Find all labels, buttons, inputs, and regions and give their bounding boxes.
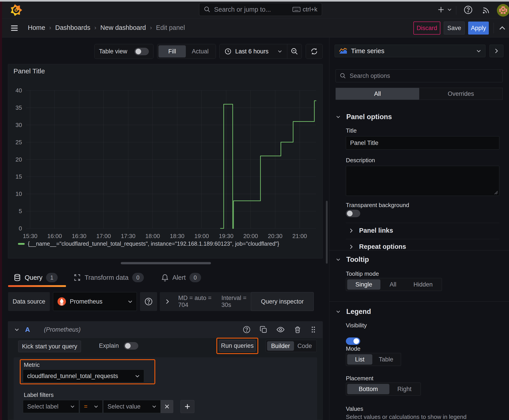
legend-mode-table[interactable]: Table <box>372 354 400 365</box>
breadcrumb-home[interactable]: Home <box>28 24 45 31</box>
news-icon[interactable] <box>482 6 491 15</box>
legend-placement-right[interactable]: Right <box>389 384 419 394</box>
kick-start-query-button[interactable]: Kick start your query <box>18 341 81 352</box>
alert-count-badge: 0 <box>190 273 201 282</box>
plus-icon <box>437 6 445 14</box>
query-datasource-hint: (Prometheus) <box>44 326 81 333</box>
visual-query-editor: Metric cloudflared_tunnel_total_requests… <box>14 357 317 420</box>
tooltip-section-header[interactable]: Tooltip <box>336 255 369 264</box>
query-row-header[interactable]: A (Prometheus) <box>8 322 322 338</box>
add-filter-button[interactable] <box>181 400 194 413</box>
help-icon[interactable] <box>463 5 473 15</box>
visualization-picker[interactable]: Time series <box>335 45 486 57</box>
topnav-divider <box>456 6 456 15</box>
svg-text:35: 35 <box>15 104 22 111</box>
legend-visibility-toggle[interactable] <box>346 338 360 345</box>
transparent-background-toggle[interactable] <box>346 210 360 217</box>
query-count-badge: 1 <box>46 273 58 282</box>
label-filter-label-select[interactable]: Select label <box>23 400 79 413</box>
time-series-chart[interactable]: 051015202530354015:3016:0016:3017:0017:3… <box>8 64 322 258</box>
avatar[interactable] <box>497 4 509 17</box>
breadcrumb-edit-panel: Edit panel <box>156 24 185 31</box>
legend-placement-bottom[interactable]: Bottom <box>347 384 389 394</box>
menu-icon[interactable] <box>10 23 19 32</box>
metric-label: Metric <box>24 361 40 368</box>
explain-toggle[interactable] <box>124 342 138 350</box>
tooltip-mode-all[interactable]: All <box>380 279 406 290</box>
svg-text:19:00: 19:00 <box>194 233 209 239</box>
svg-text:20:00: 20:00 <box>243 233 258 239</box>
tab-alert[interactable]: Alert 0 <box>161 273 201 282</box>
trash-icon[interactable] <box>294 326 301 333</box>
expand-viz-list-button[interactable] <box>489 45 503 57</box>
code-option[interactable]: Code <box>294 341 315 351</box>
data-source-picker[interactable]: Prometheus <box>53 292 137 311</box>
breadcrumb: Home › Dashboards › New dashboard › Edit… <box>28 24 185 31</box>
tooltip-mode-label: Tooltip mode <box>346 270 379 277</box>
resize-grip-icon[interactable] <box>494 190 498 195</box>
discard-button[interactable]: Discard <box>413 22 440 35</box>
label-filter-value-select[interactable]: Select value <box>103 400 161 413</box>
legend-values-label: Values <box>346 405 363 412</box>
chevron-right-icon[interactable] <box>166 299 169 304</box>
grafana-logo-icon[interactable] <box>10 4 23 16</box>
bell-icon <box>161 274 169 281</box>
builder-option[interactable]: Builder <box>267 341 294 351</box>
panel-title-input[interactable] <box>346 136 499 150</box>
new-menu-button[interactable] <box>437 6 452 14</box>
table-view-toggle[interactable] <box>134 48 149 55</box>
description-textarea[interactable] <box>346 166 499 196</box>
fill-option[interactable]: Fill <box>159 45 186 57</box>
svg-text:0: 0 <box>19 225 22 232</box>
tooltip-mode-single[interactable]: Single <box>347 279 380 290</box>
drag-handle-icon[interactable] <box>310 326 316 334</box>
tab-query[interactable]: Query 1 <box>14 273 58 282</box>
metric-select[interactable]: cloudflared_tunnel_total_requests <box>23 369 144 382</box>
repeat-options-header[interactable]: Repeat options <box>350 243 406 250</box>
query-inspector-button[interactable]: Query inspector <box>251 292 314 311</box>
tooltip-mode-hidden[interactable]: Hidden <box>406 279 441 290</box>
refresh-button[interactable] <box>306 44 323 59</box>
subnav-divider <box>494 23 494 33</box>
left-pane-scrollbar[interactable] <box>326 201 328 264</box>
pane-resize-handle[interactable] <box>121 262 211 264</box>
label-filter-operator-select[interactable]: = <box>80 400 103 413</box>
search-icon <box>204 6 211 13</box>
global-search-input[interactable]: Search or jump to... ctrl+k <box>199 3 322 16</box>
chevron-down-icon[interactable] <box>14 328 19 331</box>
search-placeholder: Search or jump to... <box>214 6 289 13</box>
tab-transform-data[interactable]: Transform data 0 <box>73 273 144 282</box>
chevron-down-icon <box>135 375 140 378</box>
svg-text:17:30: 17:30 <box>121 233 135 239</box>
interval-stat: Interval = 30s <box>221 295 249 308</box>
chevron-down-icon <box>336 115 341 119</box>
breadcrumb-new-dashboard[interactable]: New dashboard <box>100 24 146 31</box>
run-queries-button[interactable]: Run queries <box>219 340 256 352</box>
tab-all[interactable]: All <box>336 88 419 100</box>
duplicate-icon[interactable] <box>260 326 267 333</box>
chevron-right-icon <box>350 244 353 249</box>
legend-section-header[interactable]: Legend <box>336 308 371 316</box>
breadcrumb-dashboards[interactable]: Dashboards <box>55 24 90 31</box>
chart-legend[interactable]: {__name__="cloudflared_tunnel_total_requ… <box>18 240 279 247</box>
apply-button[interactable]: Apply <box>468 22 489 35</box>
panel-links-header[interactable]: Panel links <box>350 227 393 234</box>
save-button[interactable]: Save <box>444 22 465 35</box>
datasource-help-button[interactable] <box>140 292 157 311</box>
svg-text:25: 25 <box>15 139 22 146</box>
panel-options-header[interactable]: Panel options <box>336 113 392 121</box>
remove-filter-button[interactable] <box>161 400 173 413</box>
svg-text:18:00: 18:00 <box>145 233 160 239</box>
actual-option[interactable]: Actual <box>186 45 214 57</box>
eye-icon[interactable] <box>276 325 285 334</box>
time-range-picker[interactable]: Last 6 hours <box>220 48 287 55</box>
collapse-pane-button[interactable] <box>498 24 507 32</box>
chart-panel[interactable]: Panel Title 051015202530354015:3016:0016… <box>8 64 323 258</box>
options-search[interactable]: Search options <box>335 69 503 82</box>
legend-mode-list[interactable]: List <box>347 354 372 365</box>
zoom-out-icon[interactable] <box>287 44 302 59</box>
tab-overrides[interactable]: Overrides <box>419 88 502 100</box>
viz-name: Time series <box>351 47 384 55</box>
query-help-icon[interactable] <box>243 326 251 334</box>
search-shortcut: ctrl+k <box>292 6 317 13</box>
